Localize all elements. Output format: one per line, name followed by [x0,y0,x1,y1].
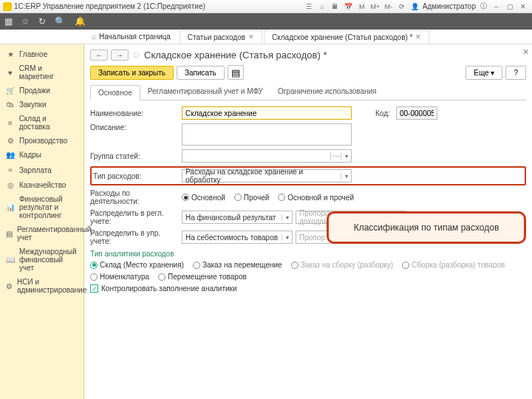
select-value: Расходы на складское хранение и обработк… [183,168,341,184]
sidebar-item-regaccount[interactable]: ▤Регламентированный учет [1,222,82,245]
sidebar-item-label: Склад и доставка [19,115,78,131]
activity-label: Расходы по деятельности: [90,189,179,205]
sidebar-item-salary[interactable]: ＝Зарплата [1,162,82,178]
sidebar-item-label: Регламентированный учет [17,225,91,242]
radio-both[interactable]: Основной и прочей [278,194,354,202]
app-icon [3,2,12,11]
home-tab[interactable]: ⌂ Начальная страница [84,30,178,43]
sidebar-item-label: Казначейство [19,181,66,189]
subtab-restrict[interactable]: Ограничение использования [270,84,384,100]
tool-icon[interactable]: M [356,1,368,12]
close-icon[interactable]: ✕ [522,47,529,57]
tab-warehouse-storage[interactable]: Складское хранение (Статья расходов) * ✕ [264,30,429,44]
favorite-icon[interactable]: ☆ [132,49,141,61]
distr-reg-select[interactable]: На финансовый результат▾ [182,211,293,224]
tool-icon[interactable]: 📅 [343,1,355,12]
close-icon[interactable]: ✕ [248,33,254,41]
radio-assembly-order[interactable]: Заказ на сборку (разборку) [291,261,393,269]
sidebar-item-label: Финансовый результат и контроллинг [19,195,78,219]
help-button[interactable]: ? [505,66,526,80]
sidebar-item-label: Международный финансовый учет [19,248,78,272]
sidebar-item-label: Кадры [19,151,41,159]
sidebar-item-purchases[interactable]: 🛍Закупки [1,98,82,112]
sidebar-item-label: Зарплата [19,166,52,174]
sidebar-item-label: Главное [19,50,47,58]
sidebar-item-sales[interactable]: 🛒Продажи [1,83,82,98]
tab-label: Статьи расходов [188,33,245,41]
subtab-reg[interactable]: Регламентированный учет и МФУ [140,84,270,100]
content-area: ✕ ← → ☆ Складское хранение (Статья расхо… [84,44,532,399]
distr-upr-select[interactable]: На себестоимость товаров▾ [182,231,293,244]
back-button[interactable]: ← [90,50,108,61]
control-checkbox[interactable]: ✓Контролировать заполнение аналитики [90,284,237,293]
tab-label: Складское хранение (Статья расходов) * [272,33,412,41]
doc-icon-button[interactable]: ▤ [228,65,244,80]
group-label: Группа статей: [90,152,179,160]
sidebar-item-intaccount[interactable]: 📖Международный финансовый учет [1,245,82,275]
main-toolbar: ▦ ☆ ↻ 🔍 🔔 [0,13,532,30]
apps-icon[interactable]: ▦ [4,16,13,27]
distr-upr-label: Распределить в упр. учете: [90,229,179,245]
name-label: Наименование: [90,109,179,117]
close-icon[interactable]: ✕ [517,1,529,12]
bell-icon[interactable]: 🔔 [75,16,86,27]
code-input[interactable] [396,106,437,120]
sidebar-item-label: Продажи [19,86,50,95]
sidebar-item-finresult[interactable]: 📊Финансовый результат и контроллинг [1,192,82,222]
sidebar-item-label: Производство [19,137,67,145]
sidebar-item-production[interactable]: ⚙Производство [1,134,82,148]
save-close-button[interactable]: Записать и закрыть [90,66,174,80]
sidebar-item-hr[interactable]: 👥Кадры [1,148,82,162]
star-icon[interactable]: ☆ [21,16,30,27]
expense-type-select[interactable]: Расходы на складское хранение и обработк… [182,169,352,183]
distr-reg-label: Распределить в регл. учете: [90,209,179,225]
close-icon[interactable]: ✕ [415,33,421,41]
more-button[interactable]: Еще ▾ [466,66,502,80]
save-button[interactable]: Записать [177,66,225,80]
radio-assembly[interactable]: Сборка (разборка) товаров [402,261,505,269]
callout-text: Классификация по типам расходов [354,222,499,233]
window-title: 1С:ERP Управление предприятием 2 (1С:Пре… [14,2,205,10]
radio-transfer[interactable]: Перемещение товаров [158,273,247,281]
sidebar-item-main[interactable]: ★Главное [1,47,82,61]
type-label: Тип расходов: [93,172,179,180]
radio-other[interactable]: Прочей [234,194,269,202]
tab-label: Начальная страница [99,33,171,41]
window-titlebar: 1С:ERP Управление предприятием 2 (1С:Пре… [0,0,532,13]
radio-nomenclature[interactable]: Номенклатура [90,273,149,281]
sidebar-item-nsi[interactable]: ⚙НСИ и администрирование [1,275,82,297]
sidebar-item-treasury[interactable]: ◎Казначейство [1,178,82,192]
forward-button[interactable]: → [111,50,129,61]
subtab-main[interactable]: Основное [90,85,140,100]
sidebar-item-crm[interactable]: ♥CRM и маркетинг [1,61,82,83]
group-select[interactable]: ⋯▾ [182,149,352,163]
code-label: Код: [375,109,393,117]
tool-icon[interactable]: ⌂ [316,1,328,12]
radio-main[interactable]: Основной [182,194,225,202]
home-icon: ⌂ [92,33,96,41]
search-icon[interactable]: 🔍 [55,16,66,27]
radio-transfer-order[interactable]: Заказ на перемещение [193,261,282,269]
annotation-callout: Классификация по типам расходов [327,211,526,244]
sidebar-item-warehouse[interactable]: ≡Склад и доставка [1,112,82,134]
tool-icon[interactable]: 🖩 [330,1,341,12]
maximize-icon[interactable]: ▢ [504,1,516,12]
user-label: Администратор [423,2,476,10]
tool-icon[interactable]: 👤 [409,1,421,12]
sidebar-item-label: НСИ и администрирование [17,278,86,294]
document-tabs: ⌂ Начальная страница Статьи расходов ✕ С… [0,30,532,44]
analytics-head: Тип аналитики расходов [90,250,526,258]
tab-expense-items[interactable]: Статьи расходов ✕ [180,30,262,44]
history-icon[interactable]: ↻ [38,16,46,27]
page-title: Складское хранение (Статья расходов) * [144,50,327,61]
tool-icon[interactable]: ⟳ [396,1,408,12]
tool-icon[interactable]: ⓘ [477,1,489,12]
tool-icon[interactable]: M+ [369,1,381,12]
sidebar-item-label: CRM и маркетинг [19,64,78,81]
minimize-icon[interactable]: – [491,1,502,12]
name-input[interactable] [182,106,352,120]
tool-icon[interactable]: M- [383,1,395,12]
radio-warehouse[interactable]: Склад (Место хранения) [90,261,184,269]
desc-input[interactable] [182,123,352,146]
tool-icon[interactable]: ☰ [303,1,315,12]
